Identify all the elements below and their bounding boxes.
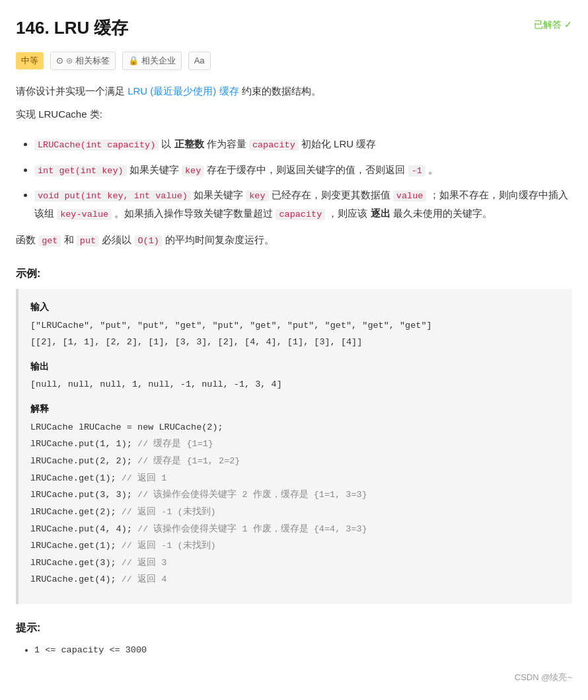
explain-line-6: lRUCache.put(4, 4); // 该操作会使得关键字 1 作废，缓存… xyxy=(30,521,560,538)
explain-line-2: lRUCache.put(2, 2); // 缓存是 {1=1, 2=2} xyxy=(30,453,560,470)
constraint-1-text: 1 <= capacity <= 3000 xyxy=(34,645,147,655)
explain-line-0: LRUCache lRUCache = new LRUCache(2); xyxy=(30,419,560,436)
key-code: key xyxy=(182,165,204,176)
bullet2-code: int get(int key) xyxy=(34,165,127,176)
explain-line-5: lRUCache.get(2); // 返回 -1 (未找到) xyxy=(30,504,560,521)
capacity-code: capacity xyxy=(249,139,299,151)
header-row: 146. LRU 缓存 已解答 ✓ xyxy=(16,13,572,42)
example-title: 示例: xyxy=(16,264,572,282)
complexity-line: 函数 get 和 put 必须以 O(1) 的平均时间复杂度运行。 xyxy=(16,231,572,249)
tips-title: 提示: xyxy=(16,619,572,637)
tips-section: 提示: 1 <= capacity <= 3000 xyxy=(16,619,572,658)
tags-row: 中等 ⊙ ⊙ 相关标签 🔒 相关企业 Aa xyxy=(16,52,572,70)
constraints-list: 1 <= capacity <= 3000 xyxy=(16,643,572,658)
csdn-label: CSDN @续亮~ xyxy=(515,670,572,685)
tag-icon: ⊙ xyxy=(56,54,63,68)
intro-end: 约束的数据结构。 xyxy=(242,85,321,97)
explain-line-1: lRUCache.put(1, 1); // 缓存是 {1=1} xyxy=(30,436,560,453)
output-line: [null, null, null, 1, null, -1, null, -1… xyxy=(30,376,560,393)
page-title: 146. LRU 缓存 xyxy=(16,13,129,42)
font-button[interactable]: Aa xyxy=(188,52,211,70)
font-label: Aa xyxy=(194,54,205,68)
example-box: 输入 ["LRUCache", "put", "put", "get", "pu… xyxy=(16,289,572,604)
bullet-2: int get(int key) 如果关键字 key 存在于缓存中，则返回关键字… xyxy=(34,161,572,179)
neg1-code: -1 xyxy=(408,165,425,176)
related-companies-button[interactable]: 🔒 相关企业 xyxy=(122,52,182,70)
difficulty-tag[interactable]: 中等 xyxy=(16,52,44,69)
input-subsection: 输入 ["LRUCache", "put", "put", "get", "pu… xyxy=(30,298,560,351)
related-tags-button[interactable]: ⊙ ⊙ 相关标签 xyxy=(50,52,116,70)
bold-text: 正整数 xyxy=(174,138,204,149)
input-line1: ["LRUCache", "put", "put", "get", "put",… xyxy=(30,317,560,334)
explain-line-8: lRUCache.get(3); // 返回 3 xyxy=(30,555,560,572)
description-section: 请你设计并实现一个满足 LRU (最近最少使用) 缓存 约束的数据结构。 实现 … xyxy=(16,82,572,123)
output-label: 输出 xyxy=(30,358,560,375)
key-code2: key xyxy=(246,190,268,202)
bullet-list: LRUCache(int capacity) 以 正整数 作为容量 capaci… xyxy=(16,135,572,223)
solved-badge: 已解答 ✓ xyxy=(534,17,572,33)
input-label: 输入 xyxy=(30,298,560,316)
bullet1-code: LRUCache(int capacity) xyxy=(34,139,159,151)
kv-code: key-value xyxy=(57,209,112,220)
example-section: 示例: 输入 ["LRUCache", "put", "put", "get",… xyxy=(16,264,572,604)
value-code: value xyxy=(393,190,427,202)
input-line2: [[2], [1, 1], [2, 2], [1], [3, 3], [2], … xyxy=(30,334,560,351)
explain-line-4: lRUCache.put(3, 3); // 该操作会使得关键字 2 作废，缓存… xyxy=(30,486,560,504)
explain-line-7: lRUCache.get(1); // 返回 -1 (未找到) xyxy=(30,537,560,555)
related-tags-label: ⊙ 相关标签 xyxy=(66,54,110,68)
explain-subsection: 解释 LRUCache lRUCache = new LRUCache(2); … xyxy=(30,400,560,588)
related-companies-label: 相关企业 xyxy=(141,54,176,68)
put-code: put xyxy=(77,235,99,247)
constraint-1: 1 <= capacity <= 3000 xyxy=(34,643,572,658)
impl-line: 实现 LRUCache 类: xyxy=(16,105,572,123)
bullet-3: void put(int key, int value) 如果关键字 key 已… xyxy=(34,186,572,223)
lru-link[interactable]: LRU (最近最少使用) 缓存 xyxy=(128,85,239,97)
explain-label: 解释 xyxy=(30,400,560,418)
explain-line-3: lRUCache.get(1); // 返回 1 xyxy=(30,470,560,487)
capacity-code2: capacity xyxy=(276,209,325,220)
intro-paragraph: 请你设计并实现一个满足 LRU (最近最少使用) 缓存 约束的数据结构。 xyxy=(16,82,572,100)
get-code: get xyxy=(38,235,61,247)
output-subsection: 输出 [null, null, null, 1, null, -1, null,… xyxy=(30,358,560,393)
footer-row: CSDN @续亮~ xyxy=(16,670,572,685)
intro-text: 请你设计并实现一个满足 xyxy=(16,85,128,97)
o1-code: O(1) xyxy=(134,235,162,247)
evict-bold: 逐出 xyxy=(371,208,390,219)
bullet-1: LRUCache(int capacity) 以 正整数 作为容量 capaci… xyxy=(34,135,572,153)
bullet3-code: void put(int key, int value) xyxy=(34,190,191,202)
lock-icon: 🔒 xyxy=(128,54,139,68)
explain-line-9: lRUCache.get(4); // 返回 4 xyxy=(30,571,560,588)
